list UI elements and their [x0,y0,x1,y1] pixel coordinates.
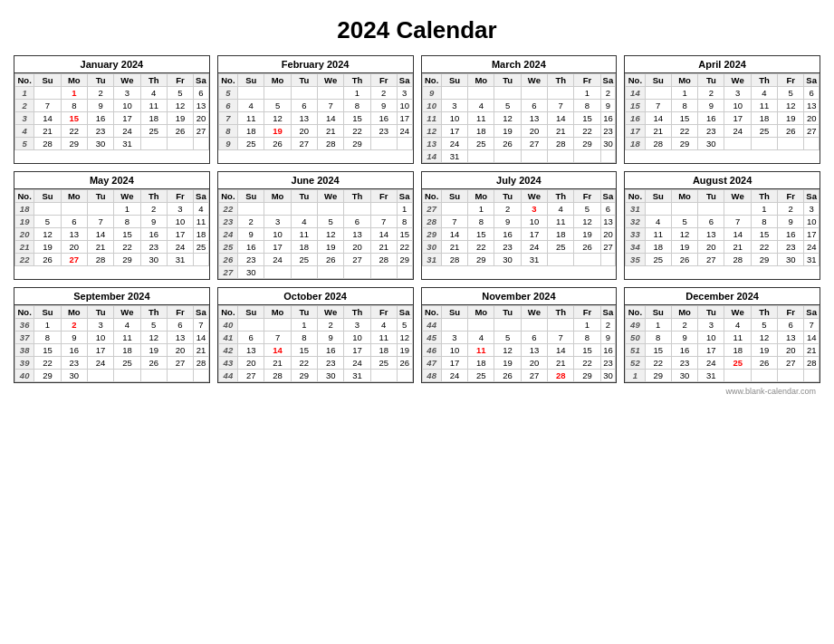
month-block: September 2024No.SuMoTuWeThFrSa361234567… [14,287,210,383]
month-block: August 2024No.SuMoTuWeThFrSa311233245678… [624,171,820,280]
month-block: July 2024No.SuMoTuWeThFrSa27123456287891… [421,171,618,280]
calendar-grid: January 2024No.SuMoTuWeThFrSa11234562789… [14,55,820,383]
month-title: June 2024 [218,172,413,189]
month-title: March 2024 [422,56,617,73]
month-title: November 2024 [422,288,617,305]
month-title: October 2024 [218,288,413,305]
footer: www.blank-calendar.com [14,387,820,396]
month-block: January 2024No.SuMoTuWeThFrSa11234562789… [14,55,210,164]
month-title: May 2024 [14,172,209,189]
month-title: February 2024 [218,56,413,73]
month-block: December 2024No.SuMoTuWeThFrSa4912345675… [624,287,820,383]
month-title: August 2024 [625,172,820,189]
month-block: June 2024No.SuMoTuWeThFrSa22123234567824… [217,171,414,280]
month-block: February 2024No.SuMoTuWeThFrSa5123645678… [217,55,414,164]
month-block: November 2024No.SuMoTuWeThFrSa4412453456… [421,287,618,383]
month-title: July 2024 [422,172,617,189]
month-block: October 2024No.SuMoTuWeThFrSa40123454167… [217,287,414,383]
month-block: May 2024No.SuMoTuWeThFrSa181234195678910… [14,171,210,280]
month-block: April 2024No.SuMoTuWeThFrSa1412345615789… [624,55,820,164]
month-title: September 2024 [14,288,209,305]
month-block: March 2024No.SuMoTuWeThFrSa9121034567891… [421,55,618,164]
page-title: 2024 Calendar [14,16,820,44]
month-title: December 2024 [625,288,820,305]
month-title: April 2024 [625,56,820,73]
month-title: January 2024 [14,56,209,73]
